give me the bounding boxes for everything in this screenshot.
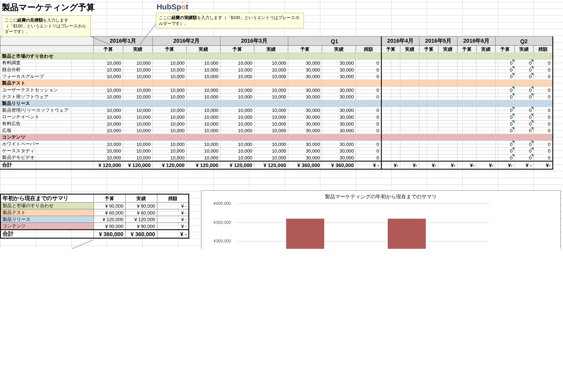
cell[interactable]	[93, 100, 123, 107]
cell[interactable]: ¥ -	[157, 202, 189, 209]
cell[interactable]	[381, 134, 400, 141]
cell[interactable]: 30,000	[322, 66, 356, 73]
cell[interactable]: 10,000	[93, 141, 123, 148]
cell[interactable]	[419, 154, 438, 161]
cell[interactable]: 0	[495, 87, 514, 93]
cell[interactable]: 10,000	[220, 73, 254, 80]
cell[interactable]: 0	[495, 141, 514, 148]
cell[interactable]: 30,000	[322, 127, 356, 134]
cell[interactable]: 10,000	[186, 73, 220, 80]
cell[interactable]	[419, 134, 438, 141]
cell[interactable]	[457, 134, 476, 141]
cell[interactable]	[419, 120, 438, 127]
cell[interactable]	[400, 154, 419, 161]
cell[interactable]: 製品デモビデオ	[0, 154, 93, 161]
cell[interactable]: 30,000	[322, 107, 356, 114]
cell[interactable]	[254, 134, 288, 141]
cell[interactable]: 有料広告	[0, 120, 93, 127]
cell[interactable]	[457, 73, 476, 80]
cell[interactable]: フォーカスグループ	[0, 73, 93, 80]
cell[interactable]: 0	[534, 93, 553, 100]
cell[interactable]	[322, 134, 356, 141]
cell[interactable]: 0	[356, 127, 381, 134]
cell[interactable]	[400, 93, 419, 100]
cell[interactable]	[495, 53, 514, 59]
cell[interactable]	[419, 80, 438, 87]
cell[interactable]: 0	[356, 148, 381, 154]
cell[interactable]: 製品管理/リリースソフトウェア	[0, 107, 93, 114]
cell[interactable]	[93, 134, 123, 141]
cell[interactable]: 10,000	[123, 154, 153, 161]
cell[interactable]: ¥ -	[356, 161, 381, 169]
cell[interactable]: 10,000	[153, 148, 186, 154]
cell[interactable]	[400, 53, 419, 59]
cell[interactable]: 30,000	[322, 93, 356, 100]
cell[interactable]: 0	[356, 59, 381, 66]
cell[interactable]: ¥ 90,000	[93, 202, 125, 209]
cell[interactable]	[419, 100, 438, 107]
cell[interactable]: 残額	[157, 194, 189, 202]
cell[interactable]: 0	[514, 148, 534, 154]
cell[interactable]: 10,000	[254, 59, 288, 66]
cell[interactable]	[356, 100, 381, 107]
cell[interactable]	[476, 134, 495, 141]
cell[interactable]: 0	[514, 154, 534, 161]
cell[interactable]	[438, 120, 457, 127]
cell[interactable]	[457, 87, 476, 93]
cell[interactable]: 30,000	[288, 148, 322, 154]
cell[interactable]: 0	[356, 93, 381, 100]
cell[interactable]: 10,000	[123, 148, 153, 154]
cell[interactable]: 10,000	[153, 127, 186, 134]
cell[interactable]	[381, 141, 400, 148]
cell[interactable]: 30,000	[288, 66, 322, 73]
cell[interactable]	[534, 134, 553, 141]
cell[interactable]	[438, 66, 457, 73]
cell[interactable]: ケーススタディ	[0, 148, 93, 154]
cell[interactable]: 0	[514, 73, 534, 80]
cell[interactable]: 予算	[93, 194, 125, 202]
cell[interactable]: テスト用ソフトウェア	[0, 93, 93, 100]
cell[interactable]: 10,000	[153, 154, 186, 161]
cell[interactable]: 0	[514, 113, 534, 120]
cell[interactable]: 10,000	[254, 141, 288, 148]
cell[interactable]: 10,000	[220, 141, 254, 148]
cell[interactable]	[438, 113, 457, 120]
cell[interactable]: 製品と市場のすり合わせ	[1, 202, 94, 209]
cell[interactable]	[123, 100, 153, 107]
cell[interactable]	[322, 100, 356, 107]
cell[interactable]: コンテンツ	[1, 223, 94, 230]
cell[interactable]: 30,000	[288, 73, 322, 80]
cell[interactable]: 30,000	[322, 120, 356, 127]
cell[interactable]	[93, 53, 123, 59]
cell[interactable]: 0	[495, 154, 514, 161]
cell[interactable]: 0	[495, 120, 514, 127]
cell[interactable]: 10,000	[93, 66, 123, 73]
cell[interactable]	[438, 148, 457, 154]
cell[interactable]	[514, 53, 534, 59]
cell[interactable]	[476, 141, 495, 148]
cell[interactable]: 10,000	[123, 87, 153, 93]
cell[interactable]	[400, 87, 419, 93]
cell[interactable]	[381, 53, 400, 59]
cell[interactable]	[288, 80, 322, 87]
cell[interactable]: ¥ 60,000	[125, 209, 157, 216]
cell[interactable]	[438, 93, 457, 100]
cell[interactable]: 30,000	[288, 154, 322, 161]
cell[interactable]	[457, 93, 476, 100]
cell[interactable]: 30,000	[322, 148, 356, 154]
cell[interactable]: 実績	[125, 194, 157, 202]
cell[interactable]: 30,000	[288, 113, 322, 120]
cell[interactable]	[186, 134, 220, 141]
cell[interactable]: ¥ 360,000	[93, 230, 125, 238]
cell[interactable]: 0	[534, 148, 553, 154]
cell[interactable]: 30,000	[322, 87, 356, 93]
cell[interactable]: 0	[514, 87, 534, 93]
cell[interactable]	[400, 80, 419, 87]
cell[interactable]: ¥-	[381, 161, 400, 169]
cell[interactable]: 10,000	[93, 93, 123, 100]
cell[interactable]	[254, 80, 288, 87]
cell[interactable]: 0	[356, 87, 381, 93]
cell[interactable]: 10,000	[254, 66, 288, 73]
cell[interactable]: 10,000	[123, 127, 153, 134]
cell[interactable]: 0	[356, 73, 381, 80]
